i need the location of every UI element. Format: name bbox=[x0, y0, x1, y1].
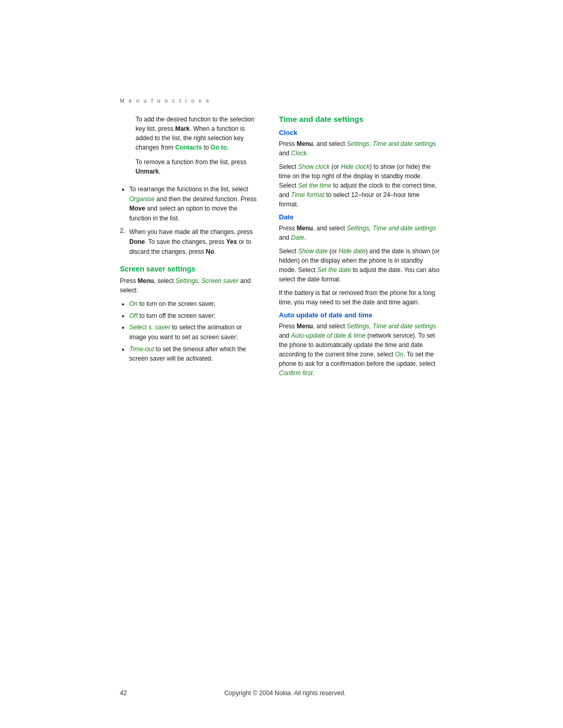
set-time-italic: Set the time bbox=[298, 182, 332, 189]
clock-and: and bbox=[279, 150, 291, 157]
auto-update-para: Press Menu, and select Settings, Time an… bbox=[279, 322, 440, 378]
item-number: 2. bbox=[120, 227, 129, 256]
ss-off: Off to turn off the screen saver; bbox=[129, 311, 261, 321]
item-end: . bbox=[214, 248, 216, 255]
intro-block: To add the desired function to the selec… bbox=[120, 115, 261, 176]
au-autoupdate-italic: Auto-update of date & time bbox=[291, 332, 365, 339]
intro-para1-to: to bbox=[202, 144, 211, 151]
date-settings-italic: Settings, Time and date settings bbox=[347, 225, 436, 232]
date-press: Press bbox=[279, 225, 297, 232]
clock-or: (or bbox=[329, 163, 340, 170]
ss-on-italic: On bbox=[129, 300, 138, 307]
rearrange-list: To rearrange the functions in the list, … bbox=[129, 184, 261, 223]
ss-on: On to turn on the screen saver; bbox=[129, 299, 261, 309]
ss-settings-italic: Settings, Screen saver bbox=[176, 277, 239, 285]
unmark-bold: Unmark bbox=[136, 168, 159, 175]
clock-menu-bold: Menu bbox=[297, 140, 313, 147]
screen-saver-list: On to turn on the screen saver; Off to t… bbox=[129, 299, 261, 364]
intro-para1-period: . bbox=[227, 144, 228, 151]
au-settings-italic: Settings, Time and date settings bbox=[347, 323, 436, 330]
clock-section: Clock Press Menu, and select Settings, T… bbox=[279, 129, 440, 209]
date-para1: Press Menu, and select Settings, Time an… bbox=[279, 224, 440, 242]
date-italic: Date bbox=[291, 234, 304, 241]
ss-menu-bold: Menu bbox=[138, 277, 154, 285]
intro-para2-text: To remove a function from the list, pres… bbox=[136, 158, 247, 166]
done-bold: Done bbox=[129, 238, 145, 245]
hide-date-italic: Hide date bbox=[339, 248, 365, 255]
screen-saver-intro: Press Menu, select Settings, Screen save… bbox=[120, 276, 261, 295]
page-number: 42 bbox=[120, 689, 127, 697]
date-title: Date bbox=[279, 213, 440, 221]
numbered-item-2: 2. When you have made all the changes, p… bbox=[120, 227, 261, 256]
clock-title: Clock bbox=[279, 129, 440, 137]
intro-para1: To add the desired function to the selec… bbox=[136, 115, 261, 152]
time-format-italic: Time format bbox=[291, 191, 324, 199]
rearrange-end: and select an option to move the functio… bbox=[129, 205, 237, 222]
date-para3: If the battery is flat or removed from t… bbox=[279, 288, 440, 307]
date-para2: Select Show date (or Hide date) and the … bbox=[279, 246, 440, 284]
ss-press: Press bbox=[120, 277, 138, 285]
clock-settings-italic: Settings, Time and date settings bbox=[347, 140, 436, 147]
ss-on-text: to turn on the screen saver; bbox=[138, 300, 215, 307]
goto-label: Go to bbox=[211, 144, 227, 151]
date-select: Select bbox=[279, 248, 298, 255]
screen-saver-section: Screen saver settings Press Menu, select… bbox=[120, 265, 261, 364]
item-before: When you have made all the changes, pres… bbox=[129, 228, 253, 236]
auto-update-section: Auto update of date and time Press Menu,… bbox=[279, 311, 440, 378]
item-mid1: . To save the changes, press bbox=[145, 238, 226, 245]
au-and: and bbox=[279, 332, 291, 339]
date-section: Date Press Menu, and select Settings, Ti… bbox=[279, 213, 440, 307]
intro-para2: To remove a function from the list, pres… bbox=[136, 157, 261, 176]
clock-select: Select bbox=[279, 163, 298, 170]
clock-para1: Press Menu, and select Settings, Time an… bbox=[279, 139, 440, 158]
show-date-italic: Show date bbox=[298, 248, 328, 255]
clock-italic: Clock bbox=[291, 150, 307, 157]
au-confirm-italic: Confirm first bbox=[279, 369, 313, 377]
date-or: (or bbox=[327, 248, 338, 255]
ss-timeout: Time-out to set the timeout after which … bbox=[129, 344, 261, 364]
show-clock-italic: Show clock bbox=[298, 163, 330, 170]
page: M e n u f u n c t i o n s To add the des… bbox=[0, 0, 563, 728]
date-period: . bbox=[304, 234, 306, 241]
ss-timeout-italic: Time-out bbox=[129, 346, 154, 353]
contacts-label: Contacts bbox=[175, 144, 202, 151]
au-and-select: , and select bbox=[313, 323, 347, 330]
date-and-select: , and select bbox=[313, 225, 347, 232]
ss-off-text: to turn off the screen saver; bbox=[138, 312, 215, 319]
clock-period: . bbox=[307, 150, 308, 157]
au-period: . bbox=[313, 369, 314, 377]
ss-off-italic: Off bbox=[129, 312, 138, 319]
rearrange-item: To rearrange the functions in the list, … bbox=[129, 184, 261, 223]
intro-para2-end: . bbox=[159, 168, 161, 175]
clock-and-select: , and select bbox=[313, 140, 347, 147]
auto-update-title: Auto update of date and time bbox=[279, 311, 440, 319]
au-press: Press bbox=[279, 323, 297, 330]
date-and: and bbox=[279, 234, 291, 241]
item-content: When you have made all the changes, pres… bbox=[129, 227, 261, 256]
intro-mark-bold: Mark bbox=[175, 125, 190, 132]
clock-para2: Select Show clock (or Hide clock) to sho… bbox=[279, 162, 440, 209]
organise-italic: Organise bbox=[129, 195, 155, 203]
screen-saver-title: Screen saver settings bbox=[120, 265, 261, 273]
left-column: To add the desired function to the selec… bbox=[120, 115, 261, 368]
date-battery-text: If the battery is flat or removed from t… bbox=[279, 289, 435, 306]
clock-press: Press bbox=[279, 140, 297, 147]
ss-select: , select bbox=[154, 277, 175, 285]
copyright-text: Copyright © 2004 Nokia. All rights reser… bbox=[127, 689, 443, 697]
move-bold: Move bbox=[129, 205, 145, 212]
footer: 42 Copyright © 2004 Nokia. All rights re… bbox=[0, 689, 563, 697]
right-column: Time and date settings Clock Press Menu,… bbox=[279, 115, 440, 382]
set-date-italic: Set the date bbox=[317, 266, 351, 274]
hide-clock-italic: Hide clock bbox=[341, 163, 370, 170]
au-menu-bold: Menu bbox=[297, 323, 313, 330]
au-on-italic: On bbox=[395, 351, 403, 358]
date-menu-bold: Menu bbox=[297, 225, 313, 232]
ss-select-italic: Select s. saver bbox=[129, 324, 170, 331]
time-date-title: Time and date settings bbox=[279, 115, 440, 124]
header-label: M e n u f u n c t i o n s bbox=[120, 98, 210, 104]
yes-bold: Yes bbox=[226, 238, 237, 245]
no-bold: No bbox=[206, 248, 214, 255]
ss-select-saver: Select s. saver to select the animation … bbox=[129, 323, 261, 342]
rearrange-text: To rearrange the functions in the list, … bbox=[129, 186, 248, 193]
rearrange-mid: and then the desired function. Press bbox=[155, 195, 256, 203]
